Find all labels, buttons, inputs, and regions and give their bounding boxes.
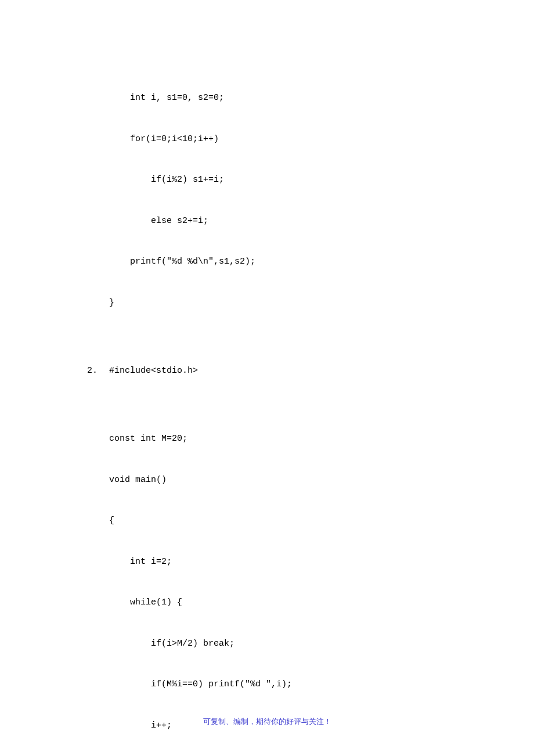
code-line: { — [109, 514, 447, 528]
code-line: void main() — [109, 473, 447, 487]
code-line: printf("%d %d\n",s1,s2); — [109, 255, 447, 269]
section-body: const int M=20; void main() { int i=2; w… — [87, 405, 447, 756]
code-block-1: int i, s1=0, s2=0; for(i=0;i<10;i++) if(… — [87, 64, 447, 323]
code-line: for(i=0;i<10;i++) — [109, 132, 447, 146]
section-header: 2. #include<stdio.h> — [87, 364, 447, 378]
section-number: 2. — [87, 364, 109, 378]
code-block-2: 2. #include<stdio.h> const int M=20; voi… — [87, 337, 447, 757]
code-line: if(i>M/2) break; — [109, 637, 447, 651]
code-line: #include<stdio.h> — [109, 364, 198, 378]
code-line: const int M=20; — [109, 432, 447, 446]
page-footer: 可复制、编制，期待你的好评与关注！ — [0, 715, 534, 729]
code-line: else s2+=i; — [109, 214, 447, 228]
code-line: while(1) { — [109, 596, 447, 610]
code-line: int i=2; — [109, 555, 447, 569]
code-line: } — [109, 296, 447, 310]
code-line: if(i%2) s1+=i; — [109, 173, 447, 187]
code-line: if(M%i==0) printf("%d ",i); — [109, 678, 447, 692]
code-line: int i, s1=0, s2=0; — [109, 91, 447, 105]
